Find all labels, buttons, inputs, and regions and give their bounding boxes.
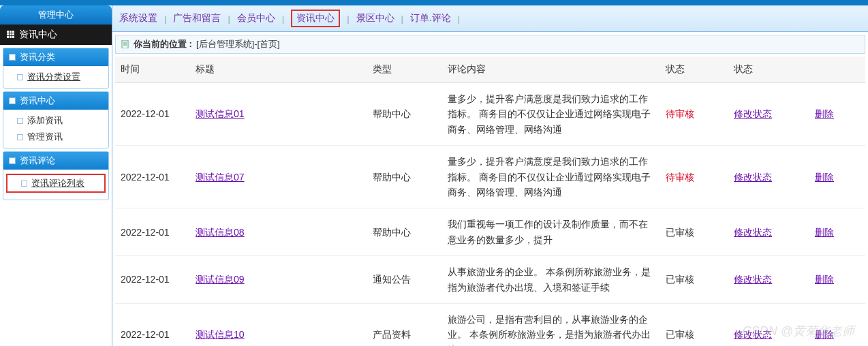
nav-separator: | bbox=[458, 14, 460, 24]
sidebar-group-label: 资讯中心 bbox=[19, 29, 57, 41]
cell-type: 帮助中心 bbox=[367, 146, 442, 208]
delete-link[interactable]: 删除 bbox=[815, 274, 834, 285]
cell-content: 量多少，提升客户满意度是我们致力追求的工作指标。 商务目的不仅仅让企业通过网络实… bbox=[442, 83, 660, 146]
table-row: 2022-12-01测试信息10产品资料旅游公司，是指有营利目的，从事旅游业务的… bbox=[115, 303, 865, 346]
column-header: 状态 bbox=[660, 57, 728, 83]
table-row: 2022-12-01测试信息09通知公告从事旅游业务的企业。 本条例所称旅游业务… bbox=[115, 256, 865, 304]
table-row: 2022-12-01测试信息01帮助中心量多少，提升客户满意度是我们致力追求的工… bbox=[115, 83, 865, 146]
cell-status: 待审核 bbox=[660, 83, 728, 146]
delete-link[interactable]: 删除 bbox=[815, 227, 834, 238]
sidebar-title: 管理中心 bbox=[0, 5, 112, 25]
svg-rect-3 bbox=[7, 33, 9, 35]
edit-status-link[interactable]: 修改状态 bbox=[734, 329, 772, 340]
svg-rect-2 bbox=[12, 31, 14, 33]
svg-rect-9 bbox=[122, 40, 128, 48]
nav-item[interactable]: 系统设置 bbox=[119, 12, 157, 25]
svg-rect-4 bbox=[10, 33, 12, 35]
svg-rect-8 bbox=[12, 36, 14, 38]
title-link[interactable]: 测试信息07 bbox=[196, 172, 245, 183]
nav-item[interactable]: 资讯中心 bbox=[291, 10, 340, 27]
square-icon bbox=[9, 157, 16, 164]
table-row: 2022-12-01测试信息08帮助中心我们重视每一项工作的设计及制作质量，而不… bbox=[115, 208, 865, 256]
square-icon bbox=[9, 54, 16, 61]
cell-time: 2022-12-01 bbox=[115, 256, 190, 304]
nav-separator: | bbox=[401, 14, 403, 24]
comments-table: 时间标题类型评论内容状态状态 2022-12-01测试信息01帮助中心量多少，提… bbox=[115, 57, 865, 346]
edit-status-link[interactable]: 修改状态 bbox=[734, 274, 772, 285]
column-header: 评论内容 bbox=[442, 57, 660, 83]
square-icon bbox=[21, 180, 27, 187]
cell-content: 从事旅游业务的企业。 本条例所称旅游业务，是指为旅游者代办出境、入境和签证手续 bbox=[442, 256, 660, 304]
column-header: 标题 bbox=[190, 57, 367, 83]
sidebar-section-head: 资讯分类 bbox=[3, 48, 108, 66]
title-link[interactable]: 测试信息08 bbox=[196, 227, 245, 238]
sidebar: 管理中心 资讯中心 资讯分类资讯分类设置资讯中心添加资讯管理资讯资讯评论资讯评论… bbox=[0, 5, 112, 346]
column-header: 状态 bbox=[728, 57, 809, 83]
square-icon bbox=[17, 74, 23, 80]
title-link[interactable]: 测试信息09 bbox=[196, 274, 245, 285]
sidebar-item[interactable]: 资讯分类设置 bbox=[3, 69, 108, 85]
sidebar-section-head: 资讯中心 bbox=[3, 92, 108, 110]
cell-type: 帮助中心 bbox=[367, 208, 442, 256]
edit-status-link[interactable]: 修改状态 bbox=[734, 172, 772, 183]
sidebar-item[interactable]: 管理资讯 bbox=[3, 129, 108, 145]
delete-link[interactable]: 删除 bbox=[815, 329, 834, 340]
cell-status: 已审核 bbox=[660, 256, 728, 304]
sidebar-group-header: 资讯中心 bbox=[0, 25, 112, 45]
grid-icon bbox=[7, 31, 15, 39]
title-link[interactable]: 测试信息10 bbox=[196, 329, 245, 340]
nav-separator: | bbox=[347, 14, 349, 24]
cell-time: 2022-12-01 bbox=[115, 303, 190, 346]
nav-item[interactable]: 会员中心 bbox=[237, 12, 275, 25]
column-header: 时间 bbox=[115, 57, 190, 83]
doc-icon bbox=[121, 40, 129, 48]
cell-status: 待审核 bbox=[660, 146, 728, 208]
svg-rect-5 bbox=[12, 33, 14, 35]
edit-status-link[interactable]: 修改状态 bbox=[734, 227, 772, 238]
top-nav: 系统设置 | 广告和留言 | 会员中心 | 资讯中心 | 景区中心 | 订单.评… bbox=[112, 5, 868, 32]
sidebar-item[interactable]: 资讯评论列表 bbox=[7, 175, 104, 191]
nav-separator: | bbox=[164, 14, 166, 24]
nav-separator: | bbox=[228, 14, 230, 24]
square-icon bbox=[17, 118, 23, 124]
nav-item[interactable]: 广告和留言 bbox=[173, 12, 221, 25]
cell-type: 通知公告 bbox=[367, 256, 442, 304]
sidebar-item[interactable]: 添加资讯 bbox=[3, 112, 108, 129]
table-row: 2022-12-01测试信息07帮助中心量多少，提升客户满意度是我们致力追求的工… bbox=[115, 146, 865, 208]
cell-time: 2022-12-01 bbox=[115, 208, 190, 256]
cell-status: 已审核 bbox=[660, 208, 728, 256]
svg-rect-7 bbox=[10, 36, 12, 38]
svg-rect-0 bbox=[7, 31, 9, 33]
breadcrumb-prefix: 你当前的位置 : bbox=[134, 38, 192, 50]
edit-status-link[interactable]: 修改状态 bbox=[734, 108, 772, 119]
nav-separator: | bbox=[282, 14, 284, 24]
breadcrumb-path: [后台管理系统]-[首页] bbox=[196, 38, 280, 50]
cell-content: 我们重视每一项工作的设计及制作质量，而不在意业务的数量多少，提升 bbox=[442, 208, 660, 256]
main-area: 系统设置 | 广告和留言 | 会员中心 | 资讯中心 | 景区中心 | 订单.评… bbox=[112, 5, 868, 346]
cell-type: 产品资料 bbox=[367, 303, 442, 346]
svg-rect-6 bbox=[7, 36, 9, 38]
nav-item[interactable]: 订单.评论 bbox=[410, 12, 451, 25]
square-icon bbox=[9, 97, 16, 104]
column-header: 类型 bbox=[367, 57, 442, 83]
title-link[interactable]: 测试信息01 bbox=[196, 108, 245, 119]
nav-item[interactable]: 景区中心 bbox=[356, 12, 394, 25]
sidebar-section-head: 资讯评论 bbox=[3, 152, 108, 170]
delete-link[interactable]: 删除 bbox=[815, 172, 834, 183]
cell-time: 2022-12-01 bbox=[115, 83, 190, 146]
cell-content: 旅游公司，是指有营利目的，从事旅游业务的企业。 本条例所称旅游业务，是指为旅游者… bbox=[442, 303, 660, 346]
delete-link[interactable]: 删除 bbox=[815, 108, 834, 119]
cell-type: 帮助中心 bbox=[367, 83, 442, 146]
svg-rect-1 bbox=[10, 31, 12, 33]
breadcrumb: 你当前的位置 : [后台管理系统]-[首页] bbox=[115, 35, 865, 54]
cell-time: 2022-12-01 bbox=[115, 146, 190, 208]
cell-content: 量多少，提升客户满意度是我们致力追求的工作指标。 商务目的不仅仅让企业通过网络实… bbox=[442, 146, 660, 208]
square-icon bbox=[17, 134, 23, 140]
cell-status: 已审核 bbox=[660, 303, 728, 346]
